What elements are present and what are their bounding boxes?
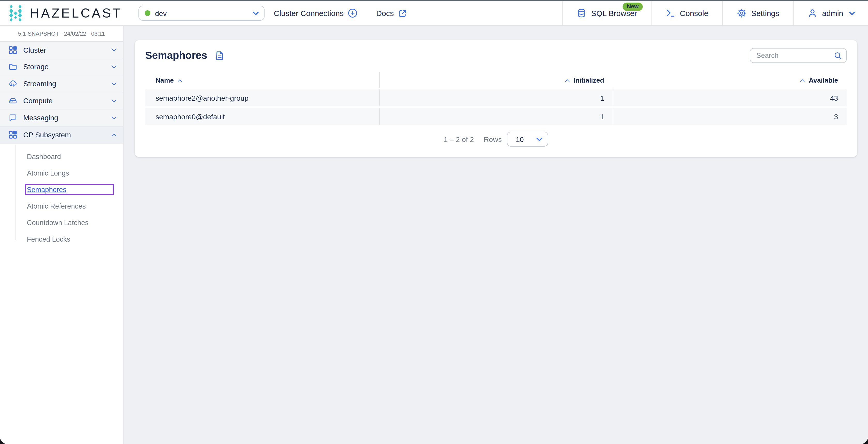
table-row[interactable]: semaphore2@another-group 1 43 (145, 89, 847, 106)
hazelcast-logo-mark-icon (8, 3, 25, 23)
sidebar-item-storage[interactable]: Storage (0, 58, 123, 75)
folder-icon (9, 63, 17, 71)
page-title: Semaphores (145, 49, 207, 62)
cluster-select[interactable]: dev (138, 6, 265, 21)
top-navigation-bar: HAZELCAST dev Cluster Connections Docs (0, 1, 868, 26)
column-header-label: Available (809, 76, 838, 84)
chevron-down-icon (111, 80, 117, 85)
submenu-item-atomic-longs[interactable]: Atomic Longs (0, 165, 123, 181)
cell-available: 43 (613, 89, 847, 106)
cell-available: 3 (613, 108, 847, 125)
page-range-label: 1 – 2 of 2 (444, 135, 474, 143)
cp-subsystem-submenu: Dashboard Atomic Longs Semaphores Atomic… (0, 143, 123, 247)
table-header-row: Name Initialized Available (145, 72, 847, 88)
rows-per-page-value: 10 (516, 135, 524, 143)
cluster-select-value: dev (155, 9, 167, 17)
sidebar-item-cp-subsystem[interactable]: CP Subsystem (0, 127, 123, 143)
external-link-icon (398, 8, 407, 18)
column-header-label: Initialized (574, 76, 604, 84)
submenu-item-label: Atomic References (27, 202, 86, 210)
submenu-item-label: Dashboard (27, 152, 61, 160)
app-window: HAZELCAST dev Cluster Connections Docs (0, 0, 868, 444)
settings-label: Settings (751, 9, 779, 18)
semaphores-card: Semaphores (135, 40, 857, 157)
grid-icon (9, 131, 17, 139)
chevron-down-icon (111, 114, 117, 119)
user-menu[interactable]: admin (793, 1, 868, 25)
submenu-item-dashboard[interactable]: Dashboard (0, 148, 123, 165)
sidebar-item-compute[interactable]: Compute (0, 93, 123, 109)
sort-asc-icon (800, 79, 805, 83)
sidebar-item-label: CP Subsystem (23, 131, 71, 139)
console-label: Console (680, 9, 708, 18)
cell-name: semaphore2@another-group (145, 89, 379, 106)
sidebar-item-messaging[interactable]: Messaging (0, 109, 123, 127)
sql-browser-button[interactable]: SQL Browser New (562, 1, 651, 25)
database-icon (577, 8, 587, 18)
sidebar-item-label: Streaming (23, 79, 56, 88)
sidebar-item-cluster[interactable]: Cluster (0, 41, 123, 58)
cell-initialized: 1 (379, 89, 613, 106)
plus-circle-icon (348, 8, 358, 18)
rows-per-page-select[interactable]: 10 (507, 132, 548, 147)
sidebar-item-label: Messaging (23, 113, 58, 122)
sidebar-item-label: Cluster (23, 46, 46, 54)
column-header-available[interactable]: Available (613, 72, 847, 88)
submenu-item-fenced-locks[interactable]: Fenced Locks (0, 231, 123, 247)
terminal-icon (665, 8, 675, 18)
hazelcast-logo[interactable]: HAZELCAST (0, 3, 125, 23)
docs-link[interactable]: Docs (376, 8, 407, 18)
card-header: Semaphores (145, 48, 847, 63)
search-icon[interactable] (834, 52, 842, 60)
sidebar-menu: Cluster Storage (0, 41, 123, 143)
table-row[interactable]: semaphore0@default 1 3 (145, 108, 847, 125)
sidebar-item-label: Compute (23, 97, 53, 105)
version-label: 5.1-SNAPSHOT - 24/02/22 - 03:11 (0, 26, 123, 41)
cluster-connections-label: Cluster Connections (274, 9, 344, 18)
sidebar-item-label: Storage (23, 63, 49, 71)
console-button[interactable]: Console (651, 1, 722, 25)
chevron-down-icon (111, 97, 117, 102)
semaphores-table: Name Initialized Available (145, 72, 847, 125)
chevron-down-icon (111, 63, 117, 68)
column-header-name[interactable]: Name (145, 72, 379, 88)
sidebar-item-streaming[interactable]: Streaming (0, 75, 123, 93)
column-header-initialized[interactable]: Initialized (379, 72, 613, 88)
search-box (750, 48, 847, 63)
documentation-icon[interactable] (214, 50, 225, 61)
cell-initialized: 1 (379, 108, 613, 125)
chat-bubble-icon (9, 113, 17, 122)
submenu-item-label[interactable]: Semaphores (27, 185, 66, 193)
sort-asc-icon (178, 79, 182, 83)
sidebar: 5.1-SNAPSHOT - 24/02/22 - 03:11 Cluster (0, 26, 123, 444)
submenu-item-semaphores[interactable]: Semaphores (0, 181, 123, 198)
topbar-right-group: SQL Browser New Console (562, 1, 868, 25)
gear-icon (737, 8, 747, 18)
cloud-sync-icon (9, 79, 17, 88)
chevron-down-icon (111, 46, 117, 52)
cluster-status-dot (145, 10, 150, 16)
rows-per-page-label: Rows (484, 135, 502, 143)
chevron-down-icon (849, 9, 855, 15)
settings-button[interactable]: Settings (722, 1, 793, 25)
chevron-down-icon (253, 9, 259, 15)
chevron-up-icon (111, 133, 117, 138)
submenu-item-label: Atomic Longs (27, 169, 69, 177)
user-label: admin (822, 9, 843, 18)
submenu-item-label: Fenced Locks (27, 235, 70, 243)
submenu-item-countdown-latches[interactable]: Countdown Latches (0, 214, 123, 231)
chevron-down-icon (536, 135, 542, 141)
submenu-item-atomic-references[interactable]: Atomic References (0, 198, 123, 214)
sort-asc-icon (565, 79, 570, 83)
search-input[interactable] (750, 48, 847, 63)
content-row: 5.1-SNAPSHOT - 24/02/22 - 03:11 Cluster (0, 26, 868, 444)
new-badge: New (623, 3, 643, 11)
grid-icon (9, 46, 17, 54)
main-content: Semaphores (123, 26, 868, 444)
user-icon (808, 8, 817, 18)
column-header-label: Name (156, 76, 174, 84)
docs-label: Docs (376, 9, 394, 18)
logo-wordmark: HAZELCAST (30, 6, 122, 21)
cluster-connections-link[interactable]: Cluster Connections (274, 8, 358, 18)
focused-link-box: Semaphores (25, 184, 114, 195)
